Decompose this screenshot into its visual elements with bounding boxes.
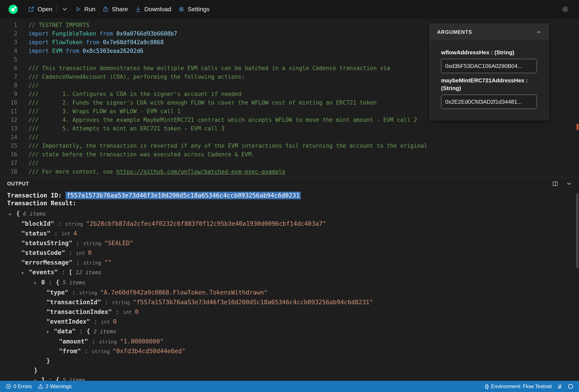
split-output-button[interactable] [551, 179, 560, 188]
environment-indicator[interactable]: {} Environment: Flow Testnet [485, 383, 552, 390]
json-token: : [65, 249, 76, 256]
json-token: : [54, 220, 65, 227]
output-scrollbar[interactable] [576, 193, 578, 269]
run-button[interactable]: Run [72, 4, 99, 15]
json-token: "statusCode" [21, 249, 65, 256]
transaction-id-value[interactable]: f557a1573b76aa53e73d46f3e10d200d5c18a653… [66, 192, 301, 199]
json-token: { [86, 328, 90, 335]
code-token: from [86, 39, 99, 46]
code-token: EVM [52, 48, 62, 54]
toolbar: Open Run Share Download Settings [0, 0, 579, 19]
code-token: /// 4. Approves the example MaybeMintERC… [28, 117, 417, 123]
output-body[interactable]: Transaction ID:f557a1573b76aa53e73d46f3e… [0, 190, 579, 381]
arguments-header: ARGUMENTS [430, 24, 549, 41]
code-link[interactable]: https://github.com/onflow/batched-evm-ex… [116, 168, 286, 175]
share-button[interactable]: Share [99, 4, 132, 15]
json-token: 5 items [59, 377, 85, 381]
expand-arrow-icon[interactable]: ▼ [34, 278, 41, 288]
settings-button[interactable]: Settings [175, 4, 213, 15]
json-token: 4 [73, 230, 77, 237]
json-tree-row: "statusCode" : int 0 [0, 248, 579, 258]
line-number: 8 [0, 81, 17, 90]
expand-arrow-icon[interactable]: ▼ [46, 327, 54, 337]
json-token: : [45, 279, 56, 286]
json-token: "SEALED" [104, 239, 134, 247]
collapse-arguments-button[interactable] [535, 28, 543, 36]
json-token: : [81, 348, 92, 355]
transaction-result-label: Transaction Result: [7, 200, 76, 207]
code-token [96, 30, 99, 37]
argument-input[interactable] [441, 95, 537, 109]
share-label: Share [112, 6, 128, 13]
status-bar: 0 Errors 2 Warnings {} Environment: Flow… [0, 381, 579, 392]
arguments-title: ARGUMENTS [437, 29, 472, 35]
json-token: : [88, 338, 99, 345]
open-dropdown-button[interactable] [58, 4, 72, 15]
download-label: Download [145, 6, 171, 13]
open-button[interactable]: Open [25, 4, 56, 15]
json-token: : [75, 328, 86, 335]
json-token: "statusString" [21, 239, 72, 247]
expand-arrow-icon[interactable]: ▼ [9, 210, 16, 219]
line-number: 11 [0, 107, 17, 115]
json-token: { [56, 279, 59, 286]
json-tree-row: } [0, 366, 579, 375]
json-token: "1.00000000" [120, 338, 163, 345]
code-line: 16/// state before the transaction was e… [0, 150, 579, 159]
open-icon [28, 6, 35, 12]
argument-input[interactable] [441, 59, 537, 73]
toolbar-separator [57, 6, 57, 13]
code-token: FungibleToken [52, 30, 96, 37]
code-line-text: /// [28, 134, 39, 140]
transaction-id-line: Transaction ID:f557a1573b76aa53e73d46f3e… [0, 192, 579, 199]
download-button[interactable]: Download [132, 4, 175, 15]
expand-arrow-icon[interactable]: ▼ [21, 268, 29, 278]
json-token: int [101, 319, 113, 325]
flow-status-icon-button[interactable] [568, 384, 573, 389]
expand-arrow-icon[interactable]: ▼ [34, 376, 41, 381]
json-token: } [46, 357, 50, 364]
json-token: "f557a1573b76aa53e73d46f3e10d200d5c18a65… [133, 299, 373, 306]
json-token: "0xfd3b4cd50d44e6ed" [113, 348, 185, 355]
output-panel: OUTPUT Transaction ID:f557a1573b76aa53e7… [0, 177, 579, 381]
braces-icon: {} [485, 384, 489, 389]
errors-indicator[interactable]: 0 Errors [6, 383, 32, 390]
json-tree-row: ▼"events" : [ 12 items [0, 268, 579, 278]
json-token: : [68, 289, 79, 296]
line-number: 5 [0, 55, 17, 64]
json-token: 12 items [72, 269, 101, 276]
code-token: /// state before the transaction was exe… [28, 151, 255, 158]
code-line: 18/// For more context, see https://gith… [0, 167, 579, 176]
collapse-output-button[interactable] [564, 179, 574, 188]
json-tree-row: } [0, 356, 579, 366]
json-token: "2b28cbfb87da2cfec4f0232c6f883f0f12c95b3… [86, 220, 326, 227]
json-token: "eventIndex" [46, 318, 90, 325]
theme-toggle-button[interactable] [560, 4, 570, 14]
argument-label: maybeMintERC721AddressHex : (String) [441, 77, 537, 92]
json-token: } [34, 367, 38, 374]
json-token: : [58, 269, 69, 276]
code-token: /// CadenceOwnedAccount (COA), performin… [28, 73, 245, 80]
line-number: 10 [0, 98, 17, 107]
json-token: : [101, 299, 112, 306]
json-token: "blockId" [21, 220, 54, 227]
flow-logo[interactable] [8, 4, 18, 14]
environment-label: Environment: Flow Testnet [491, 383, 552, 390]
code-line: 15/// Importantly, the transaction is re… [0, 141, 579, 150]
line-number: 13 [0, 124, 17, 133]
notifications-toggle[interactable] [557, 384, 563, 389]
json-tree-row: "transactionId" : string "f557a1573b76aa… [0, 298, 579, 307]
warnings-label: 2 Warnings [46, 383, 72, 390]
transaction-id-label: Transaction ID: [7, 192, 62, 199]
warnings-indicator[interactable]: 2 Warnings [38, 383, 72, 390]
code-token: /// Importantly, the transaction is reve… [28, 143, 427, 149]
code-line-text: /// state before the transaction was exe… [28, 151, 255, 158]
code-token [99, 39, 103, 46]
line-number: 12 [0, 115, 17, 124]
json-token: "type" [46, 289, 68, 296]
code-line-text: /// 1. Configures a COA in the signer's … [28, 91, 241, 97]
json-token: 2 items [90, 328, 116, 335]
errors-label: 0 Errors [13, 383, 32, 390]
code-line-text: /// This transaction demonstrates how mu… [28, 65, 390, 71]
run-icon [75, 6, 81, 12]
